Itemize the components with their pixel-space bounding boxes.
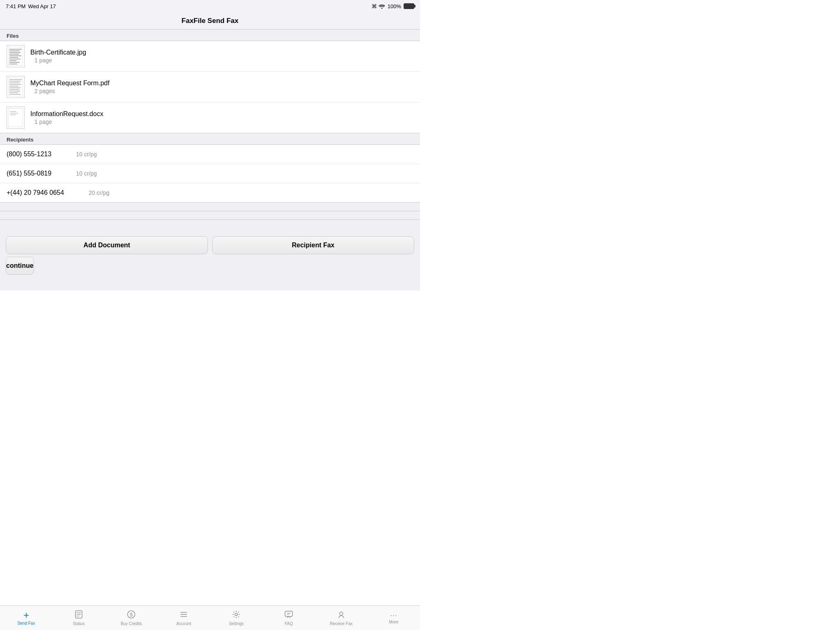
file-pages-1: 1 page [30, 57, 413, 64]
file-thumbnail-3 [7, 107, 25, 129]
recipient-item-1[interactable]: (800) 555-1213 10 cr/pg [0, 145, 420, 164]
continue-button[interactable]: continue [6, 257, 34, 275]
file-info-3: InformationRequest.docx 1 page [30, 110, 413, 125]
spacer-2 [0, 211, 420, 219]
file-item-1[interactable]: Birth-Certificate.jpg 1 page [0, 41, 420, 72]
status-bar: 7:41 PM Wed Apr 17 ⌘ 100% [0, 0, 420, 12]
file-item-2[interactable]: MyChart Request Form.pdf 2 pages [0, 72, 420, 103]
recipient-phone-3: +(44) 20 7946 0654 [7, 189, 64, 196]
recipient-rate-3: 20 cr/pg [89, 189, 110, 196]
time-display: 7:41 PM [6, 3, 25, 9]
battery-display: 100% [388, 3, 401, 9]
file-name-2: MyChart Request Form.pdf [30, 80, 413, 87]
spacer-1 [0, 203, 420, 211]
recipient-fax-button[interactable]: Recipient Fax [212, 236, 414, 254]
recipient-item-3[interactable]: +(44) 20 7946 0654 20 cr/pg [0, 183, 420, 202]
recipient-phone-1: (800) 555-1213 [7, 151, 51, 158]
files-section-header: Files [0, 30, 420, 41]
svg-rect-12 [8, 78, 23, 96]
svg-point-0 [381, 8, 382, 9]
file-thumbnail-1 [7, 45, 25, 67]
nav-bar: FaxFile Send Fax [0, 12, 420, 30]
svg-rect-23 [8, 108, 23, 127]
file-pages-3: 1 page [30, 119, 413, 125]
file-name-1: Birth-Certificate.jpg [30, 49, 413, 56]
recipient-item-2[interactable]: (651) 555-0819 10 cr/pg [0, 164, 420, 183]
wifi-icon: ⌘ [372, 3, 385, 9]
file-item-3[interactable]: InformationRequest.docx 1 page [0, 103, 420, 133]
svg-rect-1 [8, 47, 23, 66]
battery-icon [404, 3, 414, 9]
recipient-rate-2: 10 cr/pg [76, 170, 97, 177]
file-info-2: MyChart Request Form.pdf 2 pages [30, 80, 413, 94]
file-name-3: InformationRequest.docx [30, 110, 413, 118]
page-title: FaxFile Send Fax [182, 17, 239, 25]
status-left: 7:41 PM Wed Apr 17 [6, 3, 56, 9]
status-right: ⌘ 100% [372, 3, 414, 9]
file-pages-2: 2 pages [30, 88, 413, 94]
recipients-table: (800) 555-1213 10 cr/pg (651) 555-0819 1… [0, 144, 420, 203]
action-buttons-row: Add Document Recipient Fax [0, 232, 420, 257]
recipient-rate-1: 10 cr/pg [76, 151, 97, 158]
add-document-button[interactable]: Add Document [6, 236, 208, 254]
file-thumbnail-2 [7, 76, 25, 98]
recipients-section-header: Recipients [0, 133, 420, 144]
main-content: Files [0, 30, 420, 290]
files-table: Birth-Certificate.jpg 1 page [0, 41, 420, 133]
spacer-3 [0, 220, 420, 232]
recipient-phone-2: (651) 555-0819 [7, 170, 51, 177]
date-display: Wed Apr 17 [28, 3, 56, 9]
file-info-1: Birth-Certificate.jpg 1 page [30, 49, 413, 64]
